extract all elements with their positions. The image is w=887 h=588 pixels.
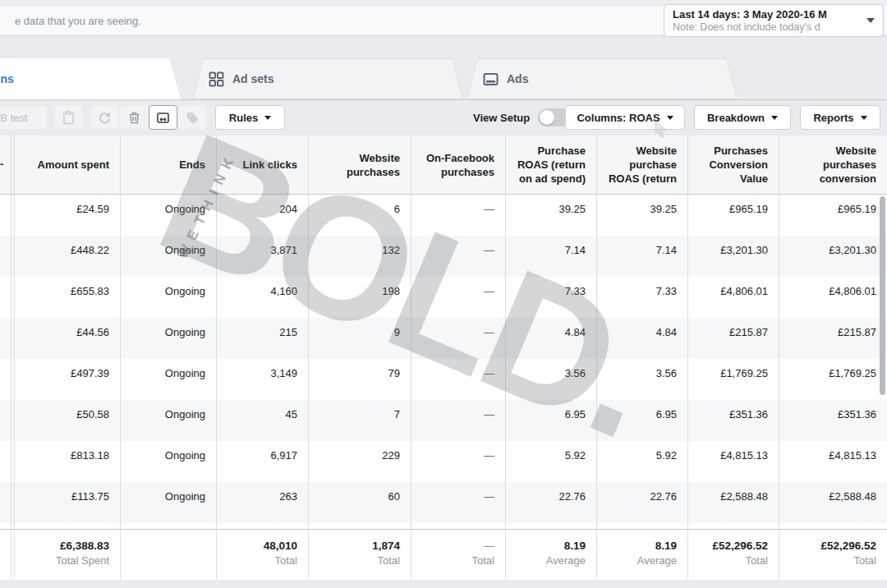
cell-r6-c7: £4,815.13	[687, 441, 779, 482]
cell-r0-c7: £965.19	[687, 195, 779, 236]
cell-r4-c0: £497.39	[14, 359, 120, 400]
totals-cell-6: 8.19Average	[596, 530, 687, 580]
totals-cell-8: £52,296.52Total	[779, 530, 887, 580]
cell-r0-c5: 39.25	[505, 195, 596, 236]
tab-ads[interactable]: Ads	[466, 58, 738, 99]
ab-test-button[interactable]: /B test	[0, 105, 48, 130]
totals-value: 48,010	[264, 539, 297, 553]
column-header-6[interactable]: Website purchase ROAS (return	[596, 136, 687, 194]
totals-label: Average	[546, 554, 586, 567]
totals-value: £6,388.83	[60, 539, 109, 553]
cell-r7-c8: £2,588.48	[779, 482, 887, 523]
duplicate-button[interactable]	[54, 105, 83, 130]
table-row: £448.22Ongoing3,871132—7.147.14£3,201.30…	[0, 236, 887, 277]
cell-r6-c0: £813.18	[14, 441, 120, 482]
totals-cell-3: 1,874Total	[308, 530, 411, 580]
totals-cell-4: —Total	[411, 530, 505, 580]
cell-r2-c0: £655.83	[14, 277, 120, 318]
totals-label: Total	[378, 554, 400, 567]
date-range-label: Last 14 days: 3 May 2020-16 M	[673, 8, 860, 21]
totals-label: Total	[275, 554, 297, 567]
column-header-8[interactable]: Website purchases conversion	[779, 136, 887, 194]
column-header-2[interactable]: Link clicks	[216, 136, 308, 194]
table-row: £44.56Ongoing2159—4.844.84£215.87£215.87	[0, 318, 887, 359]
cell-r1-c7: £3,201.30	[687, 236, 779, 277]
table-row: £655.83Ongoing4,160198—7.337.33£4,806.01…	[0, 277, 887, 318]
trash-icon	[127, 111, 141, 125]
cell-r0-c1: Ongoing	[120, 195, 216, 236]
toggle-knob	[540, 110, 554, 125]
edit-button[interactable]	[149, 105, 177, 130]
cell-r4-c7: £1,769.25	[687, 359, 779, 400]
cell-r0-c3: 6	[308, 195, 411, 236]
column-header-5[interactable]: Purchase ROAS (return on ad spend)	[505, 136, 596, 194]
cell-r6-c4: —	[411, 441, 505, 482]
tag-button[interactable]	[178, 105, 207, 130]
edit-box-icon	[156, 111, 170, 125]
date-range-text: Last 14 days: 3 May 2020-16 M Note: Does…	[673, 8, 860, 34]
tab-campaigns[interactable]: igns	[0, 58, 181, 99]
totals-label: Total	[746, 554, 768, 567]
refresh-button[interactable]	[90, 105, 119, 130]
chevron-down-icon	[771, 116, 778, 120]
row-sliver-cell	[0, 441, 14, 482]
column-header-7[interactable]: Purchases Conversion Value	[687, 136, 779, 194]
cell-r1-c5: 7.14	[505, 236, 596, 277]
cell-r3-c7: £215.87	[687, 318, 779, 359]
cell-r5-c3: 7	[308, 400, 411, 441]
date-range-selector[interactable]: Last 14 days: 3 May 2020-16 M Note: Does…	[664, 4, 884, 37]
cell-r2-c7: £4,806.01	[687, 277, 779, 318]
cell-r7-c1: Ongoing	[120, 482, 216, 523]
totals-sliver-cell	[0, 530, 14, 580]
vertical-scrollbar-thumb[interactable]	[880, 196, 885, 395]
tab-ad-sets[interactable]: Ad sets	[192, 58, 463, 99]
tab-ads-label: Ads	[507, 72, 528, 85]
totals-value: 8.19	[564, 539, 586, 553]
clipped-text: -	[0, 158, 4, 170]
row-sliver-cell	[0, 195, 14, 236]
tab-bar: igns Ad sets Ads	[0, 36, 887, 100]
totals-cell-5: 8.19Average	[505, 530, 596, 580]
cell-r6-c6: 5.92	[596, 441, 687, 482]
cell-r1-c4: —	[411, 236, 505, 277]
top-bar: e data that you are seeing. Last 14 days…	[0, 0, 887, 36]
column-header-4[interactable]: On-Facebook purchases	[411, 136, 505, 194]
cell-r2-c5: 7.33	[505, 277, 596, 318]
cell-r5-c1: Ongoing	[120, 400, 216, 441]
cell-r7-c4: —	[411, 482, 505, 523]
cell-r3-c6: 4.84	[596, 318, 687, 359]
row-sliver-cell	[0, 277, 14, 318]
cell-r1-c6: 7.14	[596, 236, 687, 277]
totals-cell-0: £6,388.83Total Spent	[14, 530, 120, 580]
row-sliver-cell	[0, 236, 14, 277]
cell-r5-c4: —	[411, 400, 505, 441]
totals-label: Average	[637, 554, 677, 567]
cell-r3-c3: 9	[308, 318, 411, 359]
clipboard-icon	[62, 111, 76, 125]
breakdown-label: Breakdown	[707, 112, 765, 124]
breakdown-button[interactable]: Breakdown	[694, 105, 791, 130]
tag-icon	[186, 111, 200, 125]
row-sliver-cell	[0, 359, 14, 400]
cell-r4-c3: 79	[308, 359, 411, 400]
cell-r3-c2: 215	[216, 318, 308, 359]
cell-r2-c3: 198	[308, 277, 411, 318]
table-row: £497.39Ongoing3,14979—3.563.56£1,769.25£…	[0, 359, 887, 400]
cell-r4-c4: —	[411, 359, 505, 400]
delete-button[interactable]	[120, 105, 149, 130]
column-header-0[interactable]: Amount spent	[14, 136, 120, 194]
rules-button[interactable]: Rules	[215, 105, 285, 130]
cell-r4-c8: £1,769.25	[779, 359, 887, 400]
cell-r1-c1: Ongoing	[120, 236, 216, 277]
cell-r2-c6: 7.33	[596, 277, 687, 318]
cell-r7-c3: 60	[308, 482, 411, 523]
chevron-down-icon	[866, 18, 875, 23]
reports-button[interactable]: Reports	[800, 105, 880, 130]
cell-r2-c1: Ongoing	[120, 277, 216, 318]
column-header-1[interactable]: Ends	[120, 136, 216, 194]
cell-r4-c2: 3,149	[216, 359, 308, 400]
tab-ad-sets-label: Ad sets	[232, 72, 274, 85]
column-header-3[interactable]: Website purchases	[308, 136, 411, 194]
row-sliver-cell	[0, 482, 14, 523]
columns-button[interactable]: Columns: ROAS	[565, 105, 685, 130]
